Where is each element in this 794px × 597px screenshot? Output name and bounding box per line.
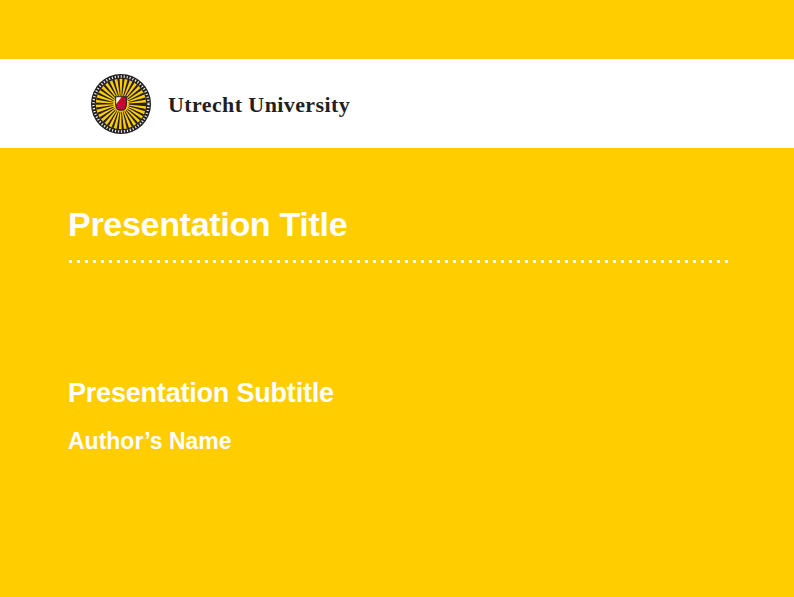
university-name: Utrecht University [168, 90, 350, 118]
top-yellow-band [0, 0, 794, 59]
utrecht-university-seal-icon [90, 73, 152, 135]
university-brand: Utrecht University [90, 73, 350, 135]
author-name: Author’s Name [68, 430, 232, 453]
title-slide: Utrecht University Presentation Title Pr… [0, 0, 794, 597]
dotted-divider [68, 259, 728, 264]
shield-emblem [116, 96, 127, 110]
presentation-title: Presentation Title [68, 207, 347, 241]
presentation-subtitle: Presentation Subtitle [68, 380, 334, 407]
slide-body: Presentation Title Presentation Subtitle… [0, 148, 794, 597]
header-band: Utrecht University [0, 59, 794, 148]
